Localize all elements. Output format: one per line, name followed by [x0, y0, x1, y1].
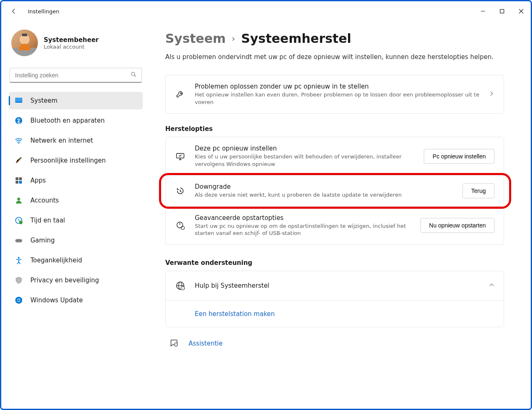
nav-label: Privacy en beveiliging	[30, 277, 99, 284]
card-desc: Het opnieuw instellen kan even duren. Pr…	[195, 91, 480, 106]
downgrade-button[interactable]: Terug	[462, 183, 495, 198]
search-input[interactable]	[10, 68, 142, 83]
assistance-link[interactable]: Assistentie	[189, 340, 223, 347]
search-icon	[130, 71, 137, 79]
svg-point-11	[20, 158, 21, 159]
help-globe-icon: ?	[175, 280, 186, 291]
nav-gaming[interactable]: Gaming	[9, 232, 143, 249]
svg-rect-8	[16, 98, 22, 101]
reset-pc-button[interactable]: Pc opnieuw instellen	[424, 149, 495, 164]
svg-point-20	[17, 240, 18, 241]
support-title: Hulp bij Systeemherstel	[195, 282, 480, 289]
option-title: Geavanceerde opstartopties	[195, 214, 411, 222]
support-expander[interactable]: ? Hulp bij Systeemherstel	[166, 271, 504, 300]
sidebar: Systeembeheer Lokaal account Systeem Blu…	[1, 21, 150, 409]
option-desc: Start uw pc nu opnieuw op om de opstarti…	[195, 222, 411, 237]
option-downgrade: Downgrade Als deze versie niet werkt, ku…	[166, 175, 504, 206]
back-button[interactable]	[10, 7, 18, 15]
chevron-up-icon	[489, 282, 495, 289]
support-link-row: Een herstelstation maken	[166, 300, 504, 327]
svg-text:?: ?	[175, 343, 177, 346]
recovery-options-group: Deze pc opnieuw instellen Kies of u uw p…	[165, 137, 504, 245]
svg-point-22	[18, 257, 20, 259]
svg-point-26	[181, 226, 184, 230]
brush-icon	[15, 156, 23, 165]
restart-now-button[interactable]: Nu opnieuw opstarten	[420, 218, 495, 233]
breadcrumb-root[interactable]: Systeem	[165, 31, 226, 46]
svg-point-10	[18, 143, 20, 144]
gamepad-icon	[15, 236, 23, 245]
nav-accounts[interactable]: Accounts	[9, 192, 143, 209]
section-support-label: Verwante ondersteuning	[165, 259, 504, 267]
nav-label: Windows Update	[30, 296, 83, 304]
history-icon	[175, 185, 186, 196]
update-icon	[15, 296, 23, 304]
window-controls	[473, 5, 531, 18]
svg-rect-13	[19, 178, 22, 180]
nav-label: Netwerk en internet	[30, 137, 93, 144]
profile-block[interactable]: Systeembeheer Lokaal account	[9, 30, 150, 56]
nav-bluetooth[interactable]: Bluetooth en apparaten	[9, 112, 143, 129]
svg-point-21	[20, 240, 20, 241]
bluetooth-icon	[15, 116, 23, 125]
wrench-icon	[175, 89, 186, 100]
minimize-button[interactable]	[473, 5, 492, 18]
support-card: ? Hulp bij Systeemherstel Een herstelsta…	[165, 271, 504, 327]
person-icon	[15, 196, 23, 205]
nav-label: Bluetooth en apparaten	[30, 117, 105, 124]
page-intro: Als u problemen ondervindt met uw pc of …	[165, 53, 504, 61]
search-wrap	[10, 68, 142, 83]
svg-text:?: ?	[182, 287, 183, 289]
option-desc: Kies of u uw persoonlijke bestanden wilt…	[195, 153, 415, 168]
close-button[interactable]	[512, 5, 531, 18]
option-advanced-startup: Geavanceerde opstartopties Start uw pc n…	[166, 206, 504, 245]
reset-pc-icon	[175, 151, 186, 162]
nav-label: Systeem	[30, 97, 57, 104]
monitor-icon	[15, 96, 23, 105]
option-reset-pc: Deze pc opnieuw instellen Kies of u uw p…	[166, 137, 504, 175]
svg-point-18	[19, 221, 22, 224]
troubleshoot-card[interactable]: Problemen oplossen zonder uw pc opnieuw …	[165, 75, 504, 114]
svg-rect-4	[22, 34, 27, 36]
section-recovery-label: Herstelopties	[165, 125, 504, 133]
svg-point-23	[15, 297, 22, 304]
create-recovery-drive-link[interactable]: Een herstelstation maken	[195, 310, 275, 318]
nav-apps[interactable]: Apps	[9, 172, 143, 189]
assistance-row: ? Assistentie	[165, 327, 504, 349]
option-desc: Als deze versie niet werkt, kunt u probe…	[195, 191, 453, 199]
window-title: Instellingen	[28, 8, 60, 15]
svg-rect-14	[16, 181, 19, 184]
svg-rect-15	[19, 181, 22, 184]
avatar	[11, 30, 38, 56]
chat-help-icon: ?	[169, 338, 179, 349]
nav-label: Tijd en taal	[30, 217, 65, 224]
nav-privacy[interactable]: Privacy en beveiliging	[9, 272, 143, 289]
svg-point-5	[132, 72, 135, 76]
nav-time[interactable]: Tijd en taal	[9, 212, 143, 229]
shield-icon	[15, 276, 23, 284]
titlebar: Instellingen	[1, 1, 531, 21]
nav-personal[interactable]: Persoonlijke instellingen	[9, 152, 143, 169]
nav-label: Gaming	[30, 237, 55, 244]
profile-name: Systeembeheer	[44, 36, 99, 44]
power-gear-icon	[175, 220, 186, 231]
maximize-button[interactable]	[492, 5, 512, 18]
chevron-right-icon: ›	[231, 33, 235, 44]
nav-label: Toegankelijkheid	[30, 257, 82, 264]
profile-subtitle: Lokaal account	[44, 44, 99, 50]
main-content: Systeem › Systeemherstel Als u problemen…	[150, 21, 531, 409]
option-title: Deze pc opnieuw instellen	[195, 145, 415, 152]
svg-rect-19	[15, 239, 22, 242]
page-title: Systeemherstel	[241, 31, 351, 46]
nav-network[interactable]: Netwerk en internet	[9, 132, 143, 149]
nav-access[interactable]: Toegankelijkheid	[9, 252, 143, 269]
wifi-icon	[15, 136, 23, 145]
accessibility-icon	[15, 256, 23, 264]
clock-globe-icon	[15, 216, 23, 225]
svg-point-9	[15, 117, 22, 124]
breadcrumb: Systeem › Systeemherstel	[165, 31, 504, 46]
svg-line-6	[134, 75, 136, 77]
svg-rect-1	[500, 10, 504, 13]
nav-system[interactable]: Systeem	[9, 92, 143, 109]
nav-update[interactable]: Windows Update	[9, 291, 143, 309]
